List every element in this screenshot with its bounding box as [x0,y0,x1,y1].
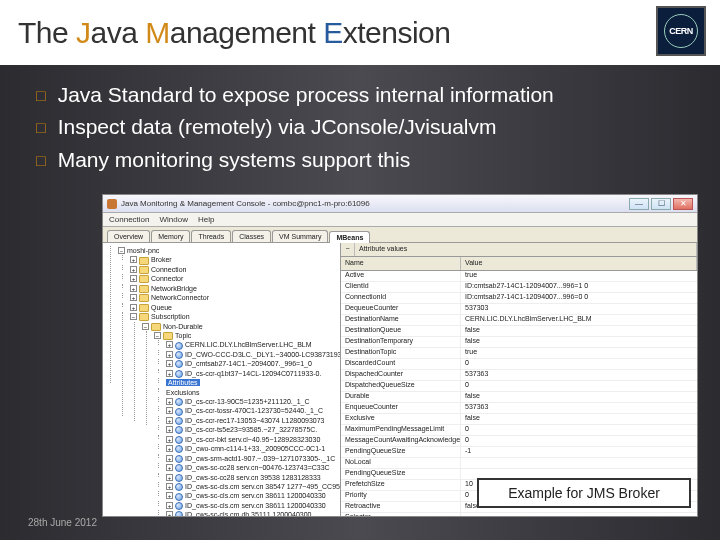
minimize-button[interactable]: — [629,198,649,210]
col-value[interactable]: Value [461,257,697,270]
tree-node[interactable]: +ID_cws-sc-cls.cm serv.cn 38611 12000403… [164,501,337,510]
table-row[interactable]: ClientIdID:cmtsab27-14C1-12094007...996=… [341,282,697,293]
table-row[interactable]: DequeueCounter537303 [341,304,697,315]
close-button[interactable]: ✕ [673,198,693,210]
expand-icon[interactable]: + [166,445,173,452]
maximize-button[interactable]: ☐ [651,198,671,210]
tree-node[interactable]: +NetworkBridge [128,284,337,293]
tree-node[interactable]: −Non-Durable −Topic +CERN.LIC.DLY.LhcBlm… [140,322,337,517]
table-row[interactable]: MaximumPendingMessageLimit0 [341,425,697,436]
tree-node[interactable]: +ID_cws-sc-cls.cm serv.cn 38611 12000403… [164,491,337,500]
tree-node[interactable]: +ID_cws-sc-cc28 serv.cn~00476-123743=C33… [164,463,337,472]
tab-mbeans[interactable]: MBeans [329,231,370,243]
menu-window[interactable]: Window [159,215,187,224]
title-text: The [18,16,76,49]
tab-vmsummary[interactable]: VM Summary [272,230,328,242]
expand-icon[interactable]: + [166,502,173,509]
table-row[interactable]: DestinationQueuefalse [341,326,697,337]
tree-node[interactable]: +ID_cs-ccr-tossr-470C1-123730=52440._1_C [164,406,337,415]
tree-node[interactable]: +ID_cws-sc-cls.cm serv.cn 38547 1277~495… [164,482,337,491]
menu-connection[interactable]: Connection [109,215,149,224]
tree-label: NetworkConnector [151,294,209,301]
expand-icon[interactable]: + [130,285,137,292]
tree-node[interactable]: +Connector [128,274,337,283]
tree-node[interactable]: +ID_cmtsab27-14C1.~2094007._996=1_0 [164,359,337,368]
expand-icon[interactable]: + [166,474,173,481]
expand-icon[interactable]: + [166,370,173,377]
tree-node[interactable]: +ID_cs-ccr-q1bt37~14CL-12094C0711933-0. [164,369,337,378]
tree-node[interactable]: +NetworkConnector [128,293,337,302]
tab-threads[interactable]: Threads [191,230,231,242]
expand-icon[interactable]: + [166,464,173,471]
tree-node[interactable]: +ID_cws-srm-actd1-907.~.039~1271073305-.… [164,454,337,463]
attr-name: Priority [341,491,461,501]
tree-node[interactable]: +ID_cs-ccr-ts5e23=93585.~27_32278575C. [164,425,337,434]
expand-icon[interactable]: + [166,483,173,490]
table-row[interactable]: ConnectionIdID:cmtsab27-14C1-12094007...… [341,293,697,304]
tab-classes[interactable]: Classes [232,230,271,242]
table-row[interactable]: DestinationTopictrue [341,348,697,359]
tree-node[interactable]: Attributes [164,378,337,387]
expand-icon[interactable]: − [341,243,355,256]
tree-node[interactable]: +ID_cws-sc-cls.cm dh 35111 1200040300 [164,510,337,516]
table-row[interactable]: EnqueueCounter537363 [341,403,697,414]
col-name[interactable]: Name [341,257,461,270]
tree-label: NetworkBridge [151,285,197,292]
table-row[interactable]: DispachedCounter537363 [341,370,697,381]
collapse-icon[interactable]: − [154,332,161,339]
table-row[interactable]: Selector [341,513,697,516]
table-row[interactable]: Durablefalse [341,392,697,403]
expand-icon[interactable]: + [166,407,173,414]
tree-node[interactable]: +ID_cs-ccr-bkt serv.cl~40.95~12892832303… [164,435,337,444]
expand-icon[interactable]: + [130,266,137,273]
tree-node[interactable]: +ID_cs-ccr-rec17-13053~43074 L1280093073 [164,416,337,425]
tab-memory[interactable]: Memory [151,230,190,242]
window-titlebar[interactable]: Java Monitoring & Management Console - c… [103,195,697,213]
table-row[interactable]: NoLocal [341,458,697,469]
tree-node[interactable]: +ID_cs-ccr-13-90C5=1235+211120._1_C [164,397,337,406]
tree-node[interactable]: +ID_cws-sc-cc28 serv.cn 39538 1283128333 [164,473,337,482]
tree-node[interactable]: Exclusions [164,388,337,397]
expand-icon[interactable]: + [166,398,173,405]
tree-node[interactable]: −Topic +CERN.LIC.DLY.LhcBlmServer.LHC_BL… [152,331,337,516]
tree-root[interactable]: −moshi-pnc +Broker+Connection+Connector+… [116,246,337,516]
mbean-tree-pane[interactable]: −moshi-pnc +Broker+Connection+Connector+… [103,243,341,516]
collapse-icon[interactable]: − [118,247,125,254]
table-row[interactable]: MessageCountAwaitingAcknowledge0 [341,436,697,447]
expand-icon[interactable]: + [166,341,173,348]
expand-icon[interactable]: + [166,426,173,433]
collapse-icon[interactable]: − [142,323,149,330]
tree-node[interactable]: +Connection [128,265,337,274]
expand-icon[interactable]: + [166,511,173,516]
tree-node[interactable]: +Broker [128,255,337,264]
tree-label: ID_cws-sc-cc28 serv.cn 39538 1283128333 [185,474,321,481]
tree-node[interactable]: −Subscription −Non-Durable −Topic +CERN.… [128,312,337,516]
tree-node[interactable]: +ID_CWO-CCC-D3LC._DLY1.~34000-LC93873193… [164,350,337,359]
expand-icon[interactable]: + [166,351,173,358]
menu-help[interactable]: Help [198,215,214,224]
table-row[interactable]: DispatchedQueueSize0 [341,381,697,392]
expand-icon[interactable]: + [166,492,173,499]
table-row[interactable]: PendingQueueSize-1 [341,447,697,458]
expand-icon[interactable]: + [130,304,137,311]
title-j: J [76,16,91,49]
expand-icon[interactable]: + [166,455,173,462]
expand-icon[interactable]: + [130,256,137,263]
tree-node[interactable]: +CERN.LIC.DLY.LhcBlmServer.LHC_BLM [164,340,337,349]
table-row[interactable]: DiscardedCount0 [341,359,697,370]
tree-node[interactable]: +ID_cwo-cmn-c114-1+33._200905CCC-0C1-1 [164,444,337,453]
expand-icon[interactable]: + [130,275,137,282]
tree-node[interactable]: +Queue [128,303,337,312]
attr-name: DestinationTemporary [341,337,461,347]
table-row[interactable]: DestinationTemporaryfalse [341,337,697,348]
attr-name: DispatchedQueueSize [341,381,461,391]
collapse-icon[interactable]: − [130,313,137,320]
expand-icon[interactable]: + [166,436,173,443]
tab-overview[interactable]: Overview [107,230,150,242]
table-row[interactable]: Activetrue [341,271,697,282]
expand-icon[interactable]: + [166,417,173,424]
expand-icon[interactable]: + [166,360,173,367]
table-row[interactable]: DestinationNameCERN.LIC.DLY.LhcBlmServer… [341,315,697,326]
table-row[interactable]: Exclusivefalse [341,414,697,425]
expand-icon[interactable]: + [130,294,137,301]
